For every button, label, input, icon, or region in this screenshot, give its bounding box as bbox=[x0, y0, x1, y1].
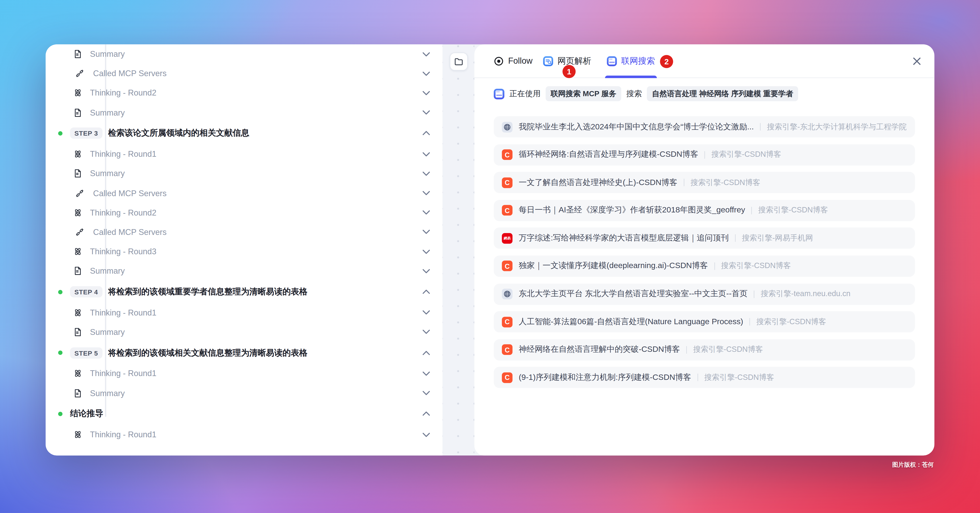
chevron-down-icon[interactable] bbox=[423, 152, 430, 157]
timeline-item[interactable]: Thinking - Round1 bbox=[46, 364, 442, 383]
timeline-item[interactable]: Called MCP Servers bbox=[46, 183, 442, 203]
chevron-down-icon[interactable] bbox=[423, 110, 430, 115]
result-separator bbox=[754, 290, 755, 298]
folder-button[interactable] bbox=[449, 52, 468, 71]
search-result-row[interactable]: 独家｜一文读懂序列建模(deeplearning.ai)-CSDN博客 搜索引擎… bbox=[494, 256, 915, 277]
timeline-item-label: Thinking - Round1 bbox=[90, 369, 423, 378]
search-result-row[interactable]: 东北大学主页平台 东北大学自然语言处理实验室--中文主页--首页 搜索引擎-te… bbox=[494, 283, 915, 305]
timeline-item[interactable]: Thinking - Round2 bbox=[46, 83, 442, 103]
search-result-row[interactable]: 人工智能-算法篇06篇-自然语言处理(Nature Language Proce… bbox=[494, 311, 915, 332]
csdn-icon bbox=[502, 205, 512, 216]
search-result-row[interactable]: 循环神经网络:自然语言处理与序列建模-CSDN博客 搜索引擎-CSDN博客 bbox=[494, 144, 915, 165]
timeline-item-label: Called MCP Servers bbox=[93, 227, 423, 237]
chevron-down-icon[interactable] bbox=[423, 330, 430, 334]
timeline-item[interactable]: Thinking - Round3 bbox=[46, 242, 442, 261]
annotation-badge-2[interactable]: 2 bbox=[660, 55, 673, 68]
timeline-item-label: Summary bbox=[90, 327, 423, 337]
step-heading[interactable]: STEP 5 将检索到的该领域相关文献信息整理为清晰易读的表格 bbox=[46, 342, 442, 364]
chevron-down-icon[interactable] bbox=[423, 391, 430, 395]
annotation-badge-1[interactable]: 1 bbox=[563, 65, 576, 78]
follow-toggle[interactable]: Follow bbox=[494, 56, 533, 66]
timeline-item[interactable]: Thinking - Round1 bbox=[46, 144, 442, 164]
summary-doc-icon bbox=[73, 327, 83, 337]
step-heading[interactable]: STEP 3 检索该论文所属领域内的相关文献信息 bbox=[46, 122, 442, 144]
step-title: 检索该论文所属领域内的相关文献信息 bbox=[108, 128, 423, 139]
thinking-atom-icon bbox=[73, 247, 83, 256]
step-title: 结论推导 bbox=[70, 408, 423, 419]
chevron-up-icon[interactable] bbox=[423, 131, 430, 136]
chevron-down-icon[interactable] bbox=[423, 230, 430, 235]
close-button[interactable] bbox=[911, 55, 922, 67]
csdn-icon bbox=[502, 149, 512, 160]
search-result-row[interactable]: 我院毕业生李北入选2024年中国中文信息学会“博士学位论文激励... 搜索引擎-… bbox=[494, 116, 915, 137]
chevron-down-icon[interactable] bbox=[423, 171, 430, 176]
timeline-item[interactable]: Thinking - Round1 bbox=[46, 425, 442, 445]
timeline-item-label: Summary bbox=[90, 49, 423, 59]
timeline-item[interactable]: Summary bbox=[46, 383, 442, 403]
step-title: 将检索到的该领域重要学者信息整理为清晰易读的表格 bbox=[108, 286, 423, 297]
search-result-row[interactable]: 一文了解自然语言处理神经史(上)-CSDN博客 搜索引擎-CSDN博客 bbox=[494, 172, 915, 193]
step-heading[interactable]: 结论推导 bbox=[46, 403, 442, 425]
web-parse-icon bbox=[543, 56, 553, 66]
chevron-down-icon[interactable] bbox=[423, 191, 430, 195]
timeline-item[interactable]: Summary bbox=[46, 103, 442, 122]
step-badge: STEP 4 bbox=[70, 286, 102, 297]
chevron-up-icon[interactable] bbox=[423, 411, 430, 416]
folder-icon bbox=[454, 57, 463, 66]
timeline-item[interactable]: Summary bbox=[46, 261, 442, 281]
search-result-row[interactable]: 万字综述:写给神经科学家的大语言模型底层逻辑｜追问顶刊 搜索引擎-网易手机网 bbox=[494, 227, 915, 249]
thinking-atom-icon bbox=[73, 369, 83, 378]
csdn-icon bbox=[502, 261, 512, 272]
chevron-down-icon[interactable] bbox=[423, 71, 430, 76]
chevron-down-icon[interactable] bbox=[423, 210, 430, 215]
timeline-item[interactable]: Called MCP Servers bbox=[46, 64, 442, 84]
result-separator bbox=[760, 123, 761, 131]
step-heading[interactable]: STEP 4 将检索到的该领域重要学者信息整理为清晰易读的表格 bbox=[46, 281, 442, 303]
keywords-tag: 自然语言处理 神经网络 序列建模 重要学者 bbox=[647, 86, 798, 101]
chevron-down-icon[interactable] bbox=[423, 91, 430, 95]
timeline-item[interactable]: Thinking - Round2 bbox=[46, 203, 442, 222]
step-status-dot bbox=[58, 412, 62, 416]
result-source: 搜索引擎-CSDN博客 bbox=[711, 149, 781, 160]
timeline-item[interactable]: Called MCP Servers bbox=[46, 222, 442, 242]
result-separator bbox=[705, 151, 705, 159]
web-search-panel: Follow 网页解析 www 联网搜索 1 2 bbox=[474, 44, 934, 455]
step-timeline: Summary Called MCP Servers bbox=[46, 44, 442, 444]
globe-icon bbox=[502, 122, 512, 132]
timeline-item-label: Thinking - Round2 bbox=[90, 208, 423, 217]
chevron-down-icon[interactable] bbox=[423, 249, 430, 254]
chevron-down-icon[interactable] bbox=[423, 310, 430, 315]
result-title: 独家｜一文读懂序列建模(deeplearning.ai)-CSDN博客 bbox=[519, 261, 708, 272]
summary-doc-icon bbox=[73, 388, 83, 398]
chevron-down-icon[interactable] bbox=[423, 268, 430, 273]
chevron-up-icon[interactable] bbox=[423, 350, 430, 355]
result-separator bbox=[735, 235, 736, 242]
result-title: 东北大学主页平台 东北大学自然语言处理实验室--中文主页--首页 bbox=[519, 289, 748, 300]
chevron-down-icon[interactable] bbox=[423, 432, 430, 437]
chevron-down-icon[interactable] bbox=[423, 52, 430, 57]
tab-web-parse-label: 网页解析 bbox=[557, 55, 591, 67]
follow-target-icon bbox=[494, 56, 504, 66]
mcp-plug-icon bbox=[75, 188, 84, 198]
result-separator bbox=[684, 179, 684, 186]
step-status-dot bbox=[58, 131, 62, 136]
search-result-row[interactable]: 每日一书｜AI圣经《深度学习》作者斩获2018年图灵奖_geoffrey 搜索引… bbox=[494, 200, 915, 221]
step-status-dot bbox=[58, 290, 62, 294]
result-title: 我院毕业生李北入选2024年中国中文信息学会“博士学位论文激励... bbox=[519, 122, 754, 132]
result-source: 搜索引擎-CSDN博客 bbox=[690, 177, 760, 188]
timeline-item[interactable]: Summary bbox=[46, 322, 442, 342]
tab-web-search[interactable]: www 联网搜索 bbox=[607, 44, 655, 78]
result-source: 搜索引擎-CSDN博客 bbox=[756, 317, 826, 327]
timeline-item[interactable]: Summary bbox=[46, 44, 442, 64]
follow-label: Follow bbox=[508, 56, 532, 66]
chevron-down-icon[interactable] bbox=[423, 371, 430, 376]
timeline-item[interactable]: Thinking - Round1 bbox=[46, 303, 442, 322]
timeline-item[interactable]: Summary bbox=[46, 164, 442, 183]
result-source: 搜索引擎-CSDN博客 bbox=[721, 261, 791, 272]
result-separator bbox=[714, 262, 715, 270]
result-separator bbox=[751, 206, 752, 214]
search-result-row[interactable]: (9-1)序列建模和注意力机制:序列建模-CSDN博客 搜索引擎-CSDN博客 bbox=[494, 367, 915, 388]
timeline-item-label: Summary bbox=[90, 169, 423, 178]
search-result-row[interactable]: 神经网络在自然语言理解中的突破-CSDN博客 搜索引擎-CSDN博客 bbox=[494, 339, 915, 360]
chevron-up-icon[interactable] bbox=[423, 289, 430, 294]
